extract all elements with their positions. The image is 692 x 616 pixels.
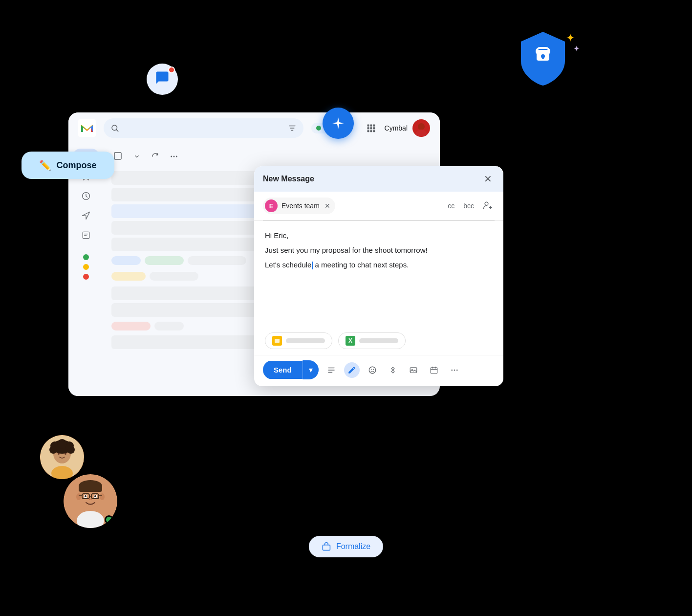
svg-rect-8 [370,125,372,127]
compose-pencil-icon: ✏️ [39,159,51,171]
svg-point-24 [485,202,488,205]
notification-dot [168,66,175,73]
svg-point-46 [65,453,66,455]
compose-label: Compose [56,160,96,171]
compose-window: New Message ✕ E Events team ✕ cc bcc [254,166,503,386]
svg-point-34 [454,369,455,371]
svg-point-44 [57,439,67,449]
body-line2: Just sent you my proposal for the shoot … [265,244,493,256]
gmail-topbar: Cymbal [68,112,440,144]
ai-sparkle-icon [330,115,346,131]
refresh-icon[interactable] [149,150,162,163]
compose-header: New Message ✕ [254,166,503,192]
compose-body[interactable]: Hi Eric, Just sent you my proposal for t… [254,221,503,332]
cymbal-label: Cymbal [385,124,408,132]
compose-footer: Send ▾ [254,355,503,386]
online-indicator [105,515,113,524]
apps-icon[interactable] [362,119,380,137]
ai-assistant-button[interactable] [323,108,354,139]
send-dropdown-button[interactable]: ▾ [303,360,319,379]
svg-rect-3 [542,56,544,59]
cc-button[interactable]: cc [446,201,456,211]
body-greeting: Hi Eric, [265,230,493,242]
sparkle-icon-2: ✦ [573,44,580,53]
svg-point-33 [451,369,453,371]
svg-rect-4 [78,119,96,137]
svg-rect-19 [83,232,89,238]
compose-body-text: Hi Eric, Just sent you my proposal for t… [265,230,493,271]
label-red[interactable] [83,274,89,280]
sparkle-icon-1: ✦ [566,32,575,44]
svg-point-35 [456,369,458,371]
search-icon [110,124,119,132]
compose-button[interactable]: ✏️ Compose [22,152,114,179]
more-footer-button[interactable] [447,362,462,378]
sidebar-item-snoozed[interactable] [72,188,100,204]
svg-point-57 [94,495,96,497]
recipient-chip[interactable]: E Events team ✕ [263,198,335,214]
add-recipient-button[interactable] [481,199,495,213]
image-button[interactable] [406,362,421,378]
svg-point-23 [176,156,177,157]
body-line3-after: a meeting to chat next steps. [313,261,409,269]
remove-recipient-icon[interactable]: ✕ [324,202,330,210]
svg-rect-26 [275,339,280,343]
svg-point-28 [371,369,372,370]
more-options-icon[interactable] [167,150,181,163]
gmail-list-toolbar [111,149,432,164]
svg-rect-51 [79,485,102,492]
svg-point-21 [171,156,172,157]
attachment-row: X [254,332,503,355]
svg-rect-9 [373,125,375,127]
label-yellow[interactable] [83,264,89,270]
user-avatar[interactable] [412,119,430,137]
attachment-1[interactable] [265,332,332,349]
to-actions: cc bcc [446,199,495,213]
send-dropdown-icon: ▾ [309,366,313,374]
compose-to-row: E Events team ✕ cc bcc [254,192,503,220]
svg-rect-10 [367,127,369,129]
attachment-2[interactable]: X [338,332,406,349]
svg-rect-12 [373,127,375,129]
attachment-slides-icon [272,336,282,346]
scene: ✦ ✦ [0,0,692,616]
gmail-sidebar [68,144,104,396]
sidebar-item-sent[interactable] [72,207,100,224]
body-line3-before: Let's schedule [265,261,311,269]
svg-point-16 [418,123,425,130]
chat-notification-bubble[interactable] [147,64,178,95]
formalize-button[interactable]: Formalize [309,536,383,557]
svg-point-27 [369,367,376,374]
body-line3: Let's schedule a meeting to chat next st… [265,259,493,271]
formalize-icon [322,542,331,551]
gmail-search-bar[interactable] [104,118,303,138]
svg-point-29 [373,369,374,370]
gmail-logo [78,119,96,137]
svg-rect-7 [367,125,369,127]
svg-rect-11 [370,127,372,129]
compose-title: New Message [263,175,314,183]
attachment-sheets-icon: X [346,336,355,346]
send-button[interactable]: Send [263,361,303,379]
avatar-person1 [40,435,84,479]
compose-close-button[interactable]: ✕ [481,172,495,186]
send-button-group[interactable]: Send ▾ [263,360,319,379]
svg-point-53 [100,493,105,500]
select-dropdown-icon[interactable] [130,150,144,163]
pen-format-button[interactable] [344,362,360,378]
online-dot [316,126,321,131]
svg-rect-14 [370,130,372,132]
svg-point-45 [58,453,60,455]
bcc-button[interactable]: bcc [461,201,476,211]
calendar-button[interactable] [426,362,442,378]
svg-point-56 [85,495,86,497]
emoji-button[interactable] [365,362,380,378]
label-green[interactable] [83,254,89,260]
filter-icon[interactable] [288,124,297,132]
svg-point-52 [76,493,81,500]
sidebar-item-drafts[interactable] [72,227,100,243]
recipient-avatar: E [265,199,278,212]
font-format-button[interactable] [324,362,339,378]
attachment-name-bar [286,338,325,343]
link-button[interactable] [385,362,401,378]
